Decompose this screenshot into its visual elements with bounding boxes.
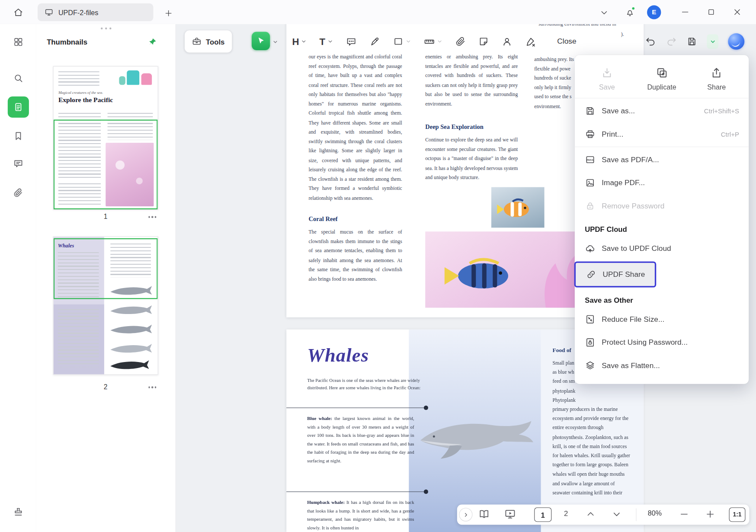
close-window-button[interactable] bbox=[730, 5, 744, 19]
whales-intro: The Pacific Ocean is one of the seas whe… bbox=[307, 377, 422, 391]
comment-tool-button[interactable] bbox=[346, 36, 357, 47]
menu-item-label: Remove Password bbox=[602, 202, 733, 210]
menu-item-save-as[interactable]: Save as... Ctrl+Shift+S bbox=[575, 99, 749, 123]
food-heading: Food of bbox=[553, 347, 571, 354]
thumb-text-lines bbox=[58, 113, 101, 179]
new-tab-button[interactable] bbox=[162, 7, 175, 19]
page-options-button[interactable] bbox=[146, 385, 158, 390]
previous-page-button[interactable] bbox=[585, 509, 596, 519]
collapse-bar-button[interactable] bbox=[459, 508, 472, 521]
page-1-thumbnail[interactable]: Magical creatures of the sea. Explore th… bbox=[53, 66, 158, 210]
current-page-input[interactable]: 1 bbox=[534, 507, 551, 522]
zoom-level-button[interactable]: 80% bbox=[643, 510, 666, 517]
pen-tool-button[interactable] bbox=[369, 36, 381, 47]
pdfa-icon: PDF/A bbox=[585, 154, 596, 165]
home-button[interactable] bbox=[10, 5, 27, 20]
text-line: seawater containing krill into their bbox=[553, 488, 644, 497]
signature-profile-tool-button[interactable] bbox=[501, 36, 513, 47]
heading-tool-button[interactable]: H bbox=[292, 36, 307, 47]
menu-item-image-pdf[interactable]: Image PDF... bbox=[575, 171, 749, 195]
left-icon-rail bbox=[0, 24, 36, 532]
thumb-text-lines bbox=[58, 183, 101, 207]
menu-item-label: Save to UPDF Cloud bbox=[602, 244, 739, 253]
coral-graphic bbox=[119, 76, 125, 85]
deep-sea-paragraph: Continue to explore the deep sea and we … bbox=[425, 135, 518, 182]
stamp-tool-button[interactable] bbox=[7, 501, 29, 522]
actual-size-button[interactable]: 1:1 bbox=[729, 507, 746, 522]
sign-field-tool-button[interactable] bbox=[525, 36, 536, 47]
cloud-upload-icon bbox=[585, 243, 596, 254]
menu-item-reduce-file-size[interactable]: Reduce File Size... bbox=[575, 308, 749, 331]
shape-tool-button[interactable] bbox=[393, 36, 411, 47]
menu-item-save-as-pdfa[interactable]: PDF/A Save as PDF/A... bbox=[575, 148, 749, 171]
measure-tool-button[interactable] bbox=[424, 36, 442, 47]
titlebar: UPDF-2-files E bbox=[0, 0, 756, 24]
menu-item-save-as-flatten[interactable]: Save as Flatten... bbox=[575, 354, 749, 378]
apps-grid-button[interactable] bbox=[7, 31, 29, 52]
close-editor-button[interactable]: Close bbox=[557, 37, 576, 46]
page-options-button[interactable] bbox=[146, 214, 158, 220]
page1-column1-paragraph: our eyes is the magnificent and colorful… bbox=[308, 52, 402, 202]
document-tab[interactable]: UPDF-2-files bbox=[38, 3, 154, 21]
menu-action-label: Duplicate bbox=[647, 83, 676, 91]
attachments-button[interactable] bbox=[7, 182, 29, 203]
menu-item-updf-share[interactable]: UPDF Share bbox=[574, 261, 656, 287]
menu-item-label: Save as PDF/A... bbox=[602, 155, 733, 164]
text-line: krill, is one of the main food sources bbox=[553, 442, 644, 451]
tropical-fish-image bbox=[491, 187, 545, 228]
thumbnails-panel-button[interactable] bbox=[7, 96, 29, 118]
reduce-size-icon bbox=[585, 314, 596, 325]
notifications-button[interactable] bbox=[622, 5, 637, 19]
share-icon bbox=[710, 67, 723, 79]
blue-whale-lead: Blue whale: bbox=[307, 416, 332, 421]
ai-assistant-button[interactable] bbox=[728, 33, 744, 50]
menu-duplicate-action[interactable]: Duplicate bbox=[634, 67, 689, 91]
undo-button[interactable] bbox=[645, 36, 657, 47]
zoom-out-button[interactable] bbox=[679, 509, 690, 519]
menu-save-action: Save bbox=[580, 67, 634, 91]
toolbar-collapse-chevron-button[interactable] bbox=[597, 5, 611, 19]
menu-share-action[interactable]: Share bbox=[689, 67, 744, 91]
thumbnails-panel: Thumbnails Magical creatures of the sea.… bbox=[36, 24, 176, 532]
bookmarks-button[interactable] bbox=[7, 125, 29, 147]
next-page-button[interactable] bbox=[612, 509, 622, 519]
comments-button[interactable] bbox=[7, 153, 29, 174]
search-button[interactable] bbox=[7, 67, 29, 89]
attachment-tool-button[interactable] bbox=[455, 36, 466, 47]
text-tool-button[interactable]: T bbox=[320, 36, 333, 47]
pin-icon[interactable] bbox=[147, 36, 160, 48]
sticker-tool-button[interactable] bbox=[478, 36, 489, 47]
text-line: for baleen whales. Krill usually gather bbox=[553, 451, 644, 460]
menu-item-protect-using-password[interactable]: Protect Using Password... bbox=[575, 331, 749, 354]
zoom-in-button[interactable] bbox=[705, 509, 716, 519]
divider bbox=[636, 508, 636, 521]
panel-resize-handle[interactable] bbox=[100, 28, 111, 29]
menu-item-remove-password: Remove Password bbox=[575, 194, 749, 218]
thumb-text-lines bbox=[58, 71, 99, 86]
select-tool-button[interactable] bbox=[252, 32, 270, 50]
menu-action-label: Save bbox=[599, 83, 615, 91]
tab-title: UPDF-2-files bbox=[58, 9, 99, 16]
save-button[interactable] bbox=[686, 36, 697, 47]
reading-view-button[interactable] bbox=[478, 508, 490, 520]
minimize-button[interactable] bbox=[678, 5, 692, 19]
blue-whale-text: the largest known animal in the world, w… bbox=[307, 416, 414, 463]
page-2-thumbnail[interactable]: Whales bbox=[53, 236, 158, 375]
flatten-icon bbox=[585, 360, 596, 371]
maximize-button[interactable] bbox=[704, 5, 718, 19]
tools-button[interactable]: Tools bbox=[185, 30, 232, 52]
thumbnails-title: Thumbnails bbox=[47, 38, 87, 46]
select-tool-chevron-icon[interactable] bbox=[272, 39, 278, 45]
chevron-down-icon bbox=[405, 38, 411, 44]
menu-item-print[interactable]: Print... Ctrl+P bbox=[575, 122, 749, 146]
menu-item-label: UPDF Share bbox=[603, 270, 645, 279]
avatar[interactable]: E bbox=[647, 5, 661, 19]
image-pdf-icon bbox=[585, 177, 596, 188]
menu-item-shortcut: Ctrl+Shift+S bbox=[704, 107, 739, 115]
save-dropdown-menu: Save Duplicate Share Save as... Ctrl+Shi bbox=[575, 55, 749, 384]
chevron-down-icon bbox=[437, 38, 442, 44]
save-menu-chevron-button[interactable] bbox=[707, 34, 718, 48]
presentation-mode-button[interactable] bbox=[504, 508, 516, 520]
page1-column2-paragraph: enemies or ambushing prey. Its eight ten… bbox=[425, 52, 518, 108]
menu-item-save-to-updf-cloud[interactable]: Save to UPDF Cloud bbox=[575, 237, 749, 260]
